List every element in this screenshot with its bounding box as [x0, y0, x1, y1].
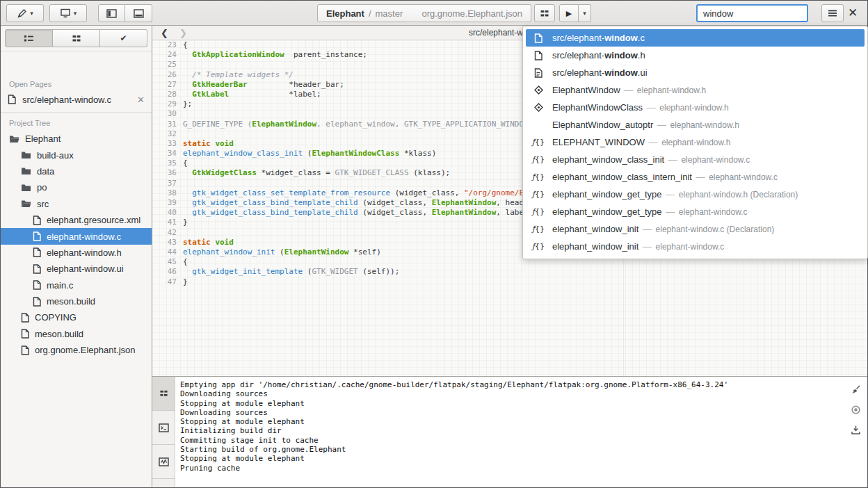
line-number: 27	[152, 80, 183, 90]
checkmark-icon: ✔	[120, 33, 127, 43]
search-result-row[interactable]: ElephantWindowClass — elephant-window.h	[526, 99, 865, 116]
toggle-left-panel-button[interactable]	[98, 4, 125, 22]
func-icon: ƒ{}	[533, 242, 544, 251]
search-result-row[interactable]: ElephantWindow — elephant-window.h	[526, 81, 865, 99]
line-number: 41	[152, 218, 183, 227]
tree-item-label: build-aux	[37, 150, 74, 161]
tree-item-label: elephant-window.ui	[47, 263, 124, 274]
nav-back-icon[interactable]: ❮	[161, 28, 168, 38]
search-result-row[interactable]: ƒ{}elephant_window_get_type — elephant-w…	[526, 186, 865, 203]
search-result-text: ElephantWindow — elephant-window.h	[552, 85, 706, 95]
func-icon: ƒ{}	[533, 138, 544, 147]
line-number: 38	[152, 188, 183, 198]
build-log-output[interactable]: Emptying app dir '/home/christian/.cache…	[180, 380, 839, 487]
tree-item[interactable]: po	[1, 179, 152, 195]
class-icon	[533, 86, 544, 95]
log-line: Stopping at module elephant	[180, 454, 839, 463]
chevron-down-icon: ▾	[30, 10, 33, 17]
run-options-dropdown[interactable]: ▾	[579, 4, 591, 22]
open-pages-header: Open Pages	[9, 80, 51, 88]
tree-item[interactable]: elephant.gresource.xml	[1, 212, 152, 228]
tree-item[interactable]: Elephant	[1, 131, 152, 147]
window-close-button[interactable]: ✕	[844, 3, 862, 22]
folder-open-icon	[21, 200, 31, 208]
tree-item[interactable]: data	[1, 163, 152, 179]
search-result-row[interactable]: ƒ{}elephant_window_init — elephant-windo…	[526, 238, 865, 255]
record-icon[interactable]	[850, 404, 861, 415]
file-icon	[33, 297, 41, 307]
search-result-row[interactable]: src/elephant-window.h	[526, 47, 865, 64]
line-number: 45	[152, 257, 183, 267]
close-page-icon[interactable]: ✕	[137, 95, 145, 105]
search-result-row[interactable]: ƒ{}elephant_window_init — elephant-windo…	[526, 220, 865, 238]
tab-terminal-2[interactable]	[152, 445, 175, 479]
folder-icon	[21, 184, 31, 192]
open-page-item[interactable]: src/elephant-window.c ✕	[1, 91, 152, 108]
project-tree-header: Project Tree	[9, 119, 50, 127]
divider	[1, 51, 152, 51]
pen-icon	[17, 8, 27, 19]
tree-item[interactable]: src	[1, 196, 152, 212]
line-number: 30	[152, 109, 183, 119]
device-icon	[60, 8, 71, 18]
run-button[interactable]: ▶	[559, 4, 579, 22]
tree-item[interactable]: meson.build	[1, 326, 152, 342]
clear-log-icon[interactable]	[850, 384, 861, 395]
omnibar-button[interactable]: Elephant / master org.gnome.Elephant.jso…	[317, 4, 531, 22]
search-result-text: elephant_window_init — elephant-window.c	[552, 241, 724, 252]
tree-item[interactable]: COPYING	[1, 309, 152, 325]
builder-window: ▾ ▾ Elephant / master org.gnome.Elephant	[0, 0, 868, 488]
search-result-row[interactable]: ƒ{}elephant_window_class_intern_init — e…	[526, 168, 865, 186]
class-icon	[533, 103, 544, 112]
tree-item-label: meson.build	[47, 296, 95, 307]
tree-item-label: meson.build	[35, 329, 83, 339]
tree-item[interactable]: org.gnome.Elephant.json	[1, 342, 152, 358]
file-icon	[8, 95, 16, 104]
project-tree: Elephantbuild-auxdataposrcelephant.greso…	[1, 131, 152, 487]
folder-icon	[21, 167, 31, 175]
search-input[interactable]	[696, 4, 808, 22]
device-selector-dropdown[interactable]: ▾	[49, 4, 87, 22]
search-result-row[interactable]: src/elephant-window.ui	[526, 64, 865, 81]
toggle-bottom-panel-button[interactable]	[125, 4, 152, 22]
tree-item[interactable]: elephant-window.h	[1, 245, 152, 261]
header-bar: ▾ ▾ Elephant / master org.gnome.Elephant	[1, 1, 867, 26]
file-text-icon	[533, 68, 544, 78]
file-icon	[33, 264, 41, 274]
tree-item[interactable]: elephant-window.c	[1, 228, 152, 244]
save-log-icon[interactable]	[850, 424, 861, 435]
search-result-row[interactable]: ElephantWindow_autoptr — elephant-window…	[526, 116, 865, 133]
func-icon: ƒ{}	[533, 225, 544, 234]
search-result-text: elephant_window_init — elephant-window.c…	[552, 224, 774, 234]
tree-item[interactable]: build-aux	[1, 147, 152, 163]
tab-todo[interactable]: ✔	[100, 29, 147, 47]
tree-item[interactable]: meson.build	[1, 293, 152, 309]
file-icon	[21, 345, 29, 355]
file-icon	[33, 215, 41, 225]
tab-terminal-1[interactable]	[152, 411, 175, 445]
search-result-row[interactable]: ƒ{}ELEPHANT_WINDOW — elephant-window.h	[526, 133, 865, 151]
search-result-text: src/elephant-window.h	[552, 50, 645, 60]
list-icon	[24, 34, 34, 42]
tab-build[interactable]	[53, 29, 100, 47]
build-button[interactable]	[534, 4, 555, 22]
search-result-text: elephant_window_class_intern_init — elep…	[552, 172, 778, 182]
branch-name: master	[376, 8, 403, 19]
tree-item[interactable]: main.c	[1, 277, 152, 293]
nav-forward-icon[interactable]: ❯	[179, 28, 187, 38]
search-result-row[interactable]: ƒ{}elephant_window_get_type — elephant-w…	[526, 203, 865, 220]
tree-item-label: data	[37, 166, 54, 177]
tab-pages[interactable]	[5, 29, 53, 47]
tool-selector-dropdown[interactable]: ▾	[6, 4, 44, 22]
file-icon	[533, 33, 544, 43]
line-number: 24	[152, 50, 183, 60]
tree-item[interactable]: elephant-window.ui	[1, 261, 152, 277]
log-line: Pruning cache	[180, 464, 839, 473]
tree-item-label: elephant-window.c	[47, 231, 121, 242]
search-result-row[interactable]: src/elephant-window.c	[526, 29, 865, 47]
line-number: 33	[152, 139, 183, 149]
tab-build-output[interactable]	[152, 377, 175, 411]
build-icon	[159, 389, 168, 398]
search-result-row[interactable]: ƒ{}elephant_window_class_init — elephant…	[526, 151, 865, 168]
menu-button[interactable]	[821, 4, 844, 22]
